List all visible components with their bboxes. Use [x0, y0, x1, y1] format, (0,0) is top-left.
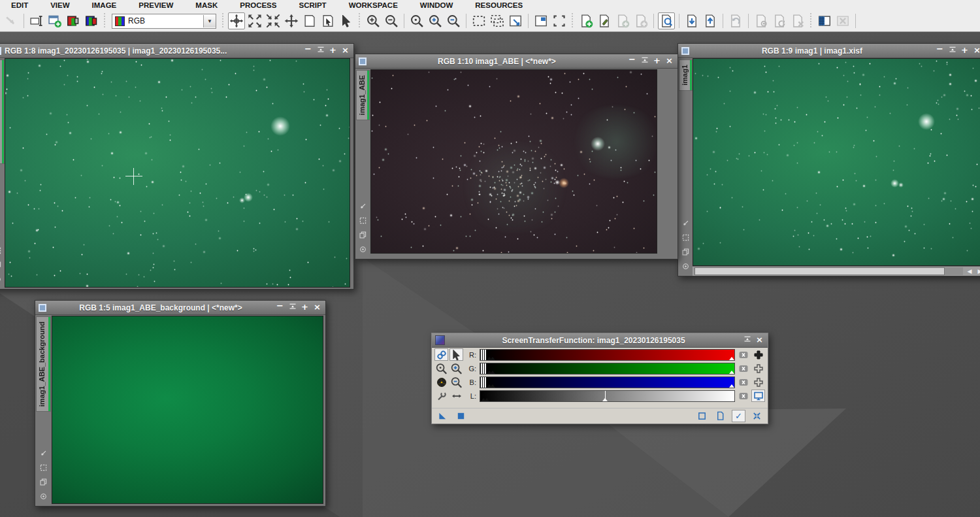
- pointer-mini-icon[interactable]: [40, 448, 47, 459]
- maximize-button[interactable]: +: [960, 46, 970, 56]
- rename-view-icon[interactable]: [28, 12, 45, 29]
- process-explorer-icon[interactable]: [658, 12, 675, 29]
- pan-mode-icon[interactable]: [228, 12, 245, 29]
- image-canvas[interactable]: [370, 69, 657, 254]
- image-canvas[interactable]: [52, 316, 323, 504]
- stf-slider-l[interactable]: [480, 390, 735, 402]
- stf-pad-button[interactable]: [751, 376, 765, 388]
- horizontal-scrollbar[interactable]: ◀ ▶: [693, 266, 980, 276]
- new-workspace-icon[interactable]: [301, 12, 318, 29]
- menu-workspace[interactable]: WORKSPACE: [338, 1, 409, 10]
- screen-transfer-function-dialog[interactable]: ScreenTransferFunction: imag1_2023012619…: [431, 333, 768, 424]
- zoom-out-fit-icon[interactable]: [265, 12, 282, 29]
- titlebar[interactable]: RGB 1:10 imag1_ABE | <*new*> −+×: [355, 54, 678, 69]
- stf-harrow-icon[interactable]: [449, 390, 463, 402]
- scroll-right-button[interactable]: ▶: [975, 267, 980, 275]
- shade-button[interactable]: [742, 335, 752, 345]
- midtones-handle[interactable]: [490, 384, 495, 388]
- stf-pad-button[interactable]: [751, 362, 765, 375]
- save-process-icon[interactable]: [702, 12, 719, 29]
- edit-preview-icon[interactable]: [489, 12, 506, 29]
- shade-button[interactable]: [640, 56, 649, 66]
- scroll-left-button[interactable]: ◀: [964, 267, 975, 275]
- highlights-handle[interactable]: [729, 357, 734, 360]
- stf-new-instance-button[interactable]: [695, 410, 709, 422]
- close-button[interactable]: ×: [312, 303, 322, 312]
- new-preview-icon[interactable]: [470, 12, 487, 29]
- stf-slider-b[interactable]: [480, 376, 735, 388]
- view-tab[interactable]: imag1: [679, 59, 693, 91]
- stf-magminusb-icon[interactable]: [449, 376, 463, 388]
- target-mini-icon[interactable]: [359, 244, 367, 256]
- stf-magplusb-icon[interactable]: [449, 362, 463, 375]
- shade-button[interactable]: [947, 46, 957, 56]
- midtones-handle[interactable]: [490, 357, 495, 360]
- stf-reset-button[interactable]: [750, 410, 764, 422]
- titlebar[interactable]: RGB 1:8 imag1_20230126195035 | imag1_202…: [0, 44, 353, 58]
- close-button[interactable]: ×: [664, 56, 674, 66]
- color-display-icon[interactable]: [65, 12, 82, 29]
- scroll-track[interactable]: [694, 267, 963, 275]
- maximize-button[interactable]: +: [300, 303, 310, 312]
- preview-mini-icon[interactable]: [682, 232, 689, 244]
- scroll-thumb[interactable]: [694, 267, 945, 275]
- stf-monitor-button[interactable]: [751, 390, 765, 402]
- duplicate-mini-icon[interactable]: [359, 229, 367, 241]
- target-mini-icon[interactable]: [40, 491, 47, 503]
- stf-slider-g[interactable]: [480, 363, 735, 375]
- minimize-button[interactable]: −: [303, 46, 313, 56]
- stf-stop-icon[interactable]: [454, 410, 468, 422]
- stf-wrench-icon[interactable]: [434, 390, 448, 402]
- menu-mask[interactable]: MASK: [184, 1, 229, 10]
- stf-track-view-icon[interactable]: [436, 410, 449, 422]
- image-window-imag1[interactable]: RGB 1:9 imag1 | imag1.xisf −+× imag1 ◀ ▶: [678, 43, 980, 276]
- new-window-icon[interactable]: [46, 12, 63, 29]
- dialog-titlebar[interactable]: ScreenTransferFunction: imag1_2023012619…: [432, 333, 768, 348]
- load-process-icon[interactable]: [683, 12, 700, 29]
- stf-reset-button[interactable]: [736, 376, 750, 388]
- pointer-mini-icon[interactable]: [359, 201, 367, 212]
- stf-radiation-icon[interactable]: [434, 376, 448, 388]
- stf-apply-button[interactable]: ✓: [732, 410, 745, 422]
- menu-edit[interactable]: EDIT: [0, 1, 39, 10]
- shade-button[interactable]: [287, 303, 297, 312]
- midtones-handle[interactable]: [490, 371, 495, 374]
- highlights-handle[interactable]: [729, 398, 734, 401]
- zoom-out-alt-icon[interactable]: [445, 12, 462, 29]
- channel-selector[interactable]: RGB ▼: [112, 14, 216, 29]
- center-image-icon[interactable]: [283, 12, 300, 29]
- stf-slider-r[interactable]: [480, 349, 735, 361]
- duplicate-mini-icon[interactable]: [0, 259, 1, 271]
- view-tab[interactable]: imag1_ABE: [356, 70, 370, 120]
- stf-cursorp-icon[interactable]: [449, 348, 463, 361]
- stf-paddark-button[interactable]: [751, 348, 765, 361]
- stf-reset-button[interactable]: [736, 348, 750, 361]
- show-mask-icon[interactable]: [816, 12, 833, 29]
- menu-view[interactable]: VIEW: [39, 1, 80, 10]
- midtones-handle[interactable]: [484, 398, 489, 401]
- edit-instance-icon[interactable]: [596, 12, 613, 29]
- close-button[interactable]: ×: [340, 46, 350, 56]
- target-mini-icon[interactable]: [682, 261, 689, 273]
- stf-link-icon[interactable]: [434, 348, 448, 361]
- pointer-mini-icon[interactable]: [682, 218, 689, 229]
- zoom-in-icon[interactable]: [365, 12, 382, 29]
- color-channels-icon[interactable]: [83, 12, 100, 29]
- highlights-handle[interactable]: [729, 371, 734, 374]
- minimize-button[interactable]: −: [275, 303, 285, 312]
- preview-mini-icon[interactable]: [359, 215, 367, 227]
- duplicate-mini-icon[interactable]: [682, 246, 689, 258]
- minimize-button[interactable]: −: [627, 56, 637, 66]
- preview-mini-icon[interactable]: [40, 462, 47, 474]
- image-canvas[interactable]: [5, 58, 350, 288]
- image-window-imag1-ABE-background[interactable]: RGB 1:5 imag1_ABE_background | <*new*> −…: [35, 300, 326, 507]
- menu-script[interactable]: SCRIPT: [287, 1, 337, 10]
- titlebar[interactable]: RGB 1:5 imag1_ABE_background | <*new*> −…: [35, 301, 325, 315]
- duplicate-mini-icon[interactable]: [40, 476, 47, 488]
- highlights-handle[interactable]: [729, 384, 734, 388]
- close-button[interactable]: ×: [972, 46, 980, 56]
- pointer-mini-icon[interactable]: [0, 231, 1, 242]
- image-canvas[interactable]: [693, 58, 980, 266]
- menu-window[interactable]: WINDOW: [409, 1, 464, 10]
- menu-image[interactable]: IMAGE: [81, 1, 128, 10]
